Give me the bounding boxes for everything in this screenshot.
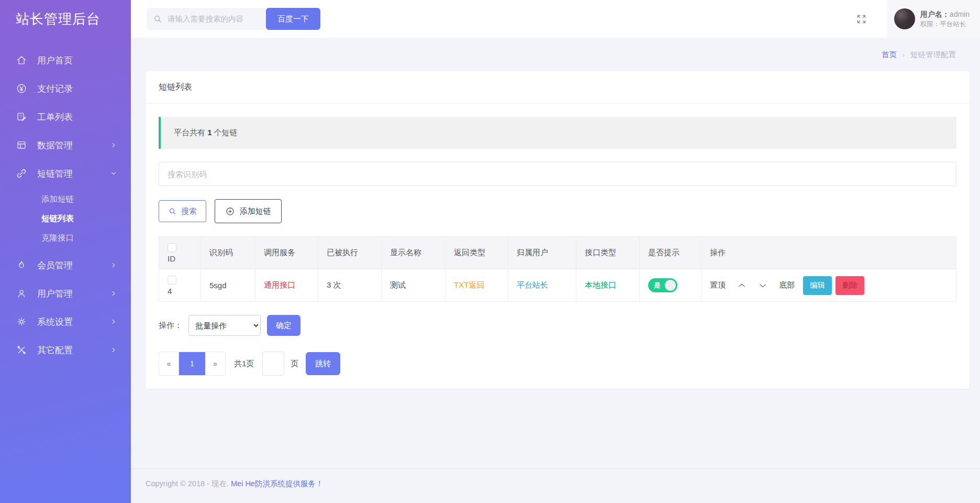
submenu-label: 添加短链 — [41, 194, 74, 205]
shortlinks-submenu: 添加短链 短链列表 克隆接口 — [0, 188, 131, 251]
pin-bottom-link[interactable]: 底部 — [779, 280, 795, 290]
confirm-button[interactable]: 确定 — [267, 315, 300, 336]
code-search-input[interactable] — [159, 162, 956, 186]
card-body: 平台共有 1 个短链 搜索 添加短链 — [146, 104, 970, 389]
move-down-icon[interactable] — [758, 281, 767, 290]
footer-link[interactable]: Mei He防洪系统提供服务！ — [231, 479, 323, 488]
breadcrumb-separator: › — [903, 51, 905, 59]
sidebar-item-label: 短链管理 — [37, 168, 73, 180]
prev-page-button[interactable]: « — [159, 352, 179, 375]
chevron-right-icon — [110, 346, 117, 354]
user-icon — [16, 288, 27, 299]
header-return-type: 返回类型 — [446, 237, 508, 269]
app-brand: 站长管理后台 — [0, 0, 131, 38]
user-name-value: admin — [950, 10, 970, 18]
search-button[interactable]: 搜索 — [159, 200, 206, 222]
fullscreen-icon[interactable] — [856, 14, 867, 25]
sidebar-subitem-add-shortlink[interactable]: 添加短链 — [0, 190, 131, 209]
header-code: 识别码 — [201, 237, 255, 269]
cell-id: 4 — [159, 269, 201, 302]
table-row: 4 5sgd 通用接口 3 次 测试 TXT返回 平台站长 本地接口 是 — [159, 269, 956, 302]
move-up-icon[interactable] — [737, 281, 747, 290]
pager-group: « 1 » — [159, 352, 226, 376]
search-icon — [168, 207, 177, 216]
page-total: 共1页 — [234, 359, 254, 369]
edit-button[interactable]: 编辑 — [803, 276, 832, 295]
chevron-right-icon — [110, 318, 117, 325]
sidebar-item-home[interactable]: 用户首页 — [0, 46, 131, 74]
add-shortlink-button[interactable]: 添加短链 — [215, 199, 282, 223]
shortlink-table: ID 识别码 调用服务 已被执行 显示名称 返回类型 归属用户 接口类型 是否提… — [159, 236, 956, 302]
bulk-actions: 操作： 批量操作 确定 — [159, 315, 956, 336]
sidebar-nav: 用户首页 支付记录 ? 工单列表 数据管理 — [0, 38, 131, 364]
header-id: ID — [159, 237, 201, 269]
toggle-label: 是 — [654, 281, 661, 290]
delete-button[interactable]: 删除 — [836, 276, 864, 295]
jump-page-input[interactable] — [262, 352, 284, 376]
card-title: 短链列表 — [146, 71, 970, 104]
chevron-down-icon — [110, 170, 117, 177]
svg-text:?: ? — [19, 114, 22, 119]
breadcrumb: 首页 › 短链管理配置 — [131, 38, 980, 71]
user-meta: 用户名：admin 权限：平台站长 — [920, 9, 970, 29]
topbar-search-input[interactable] — [168, 15, 262, 23]
cell-actions: 置顶 底部 编辑 删除 — [701, 269, 956, 302]
sidebar-item-label: 工单列表 — [37, 111, 73, 123]
user-role: 权限：平台站长 — [920, 19, 970, 29]
pin-top-link[interactable]: 置顶 — [710, 280, 726, 290]
header-executed: 已被执行 — [318, 237, 382, 269]
cell-owner[interactable]: 平台站长 — [508, 269, 576, 302]
bulk-action-select[interactable]: 批量操作 — [188, 315, 261, 336]
user-role-value: 平台站长 — [940, 20, 966, 28]
next-page-button[interactable]: » — [205, 352, 225, 375]
submenu-label: 克隆接口 — [41, 233, 74, 244]
sidebar-item-label: 其它配置 — [37, 344, 73, 356]
row-id-value: 4 — [168, 287, 192, 296]
tools-icon — [16, 344, 27, 356]
sidebar-item-users[interactable]: 用户管理 — [0, 279, 131, 308]
sidebar-item-shortlinks[interactable]: 短链管理 — [0, 159, 131, 188]
row-checkbox[interactable] — [168, 276, 176, 285]
header-prompt: 是否提示 — [640, 237, 701, 269]
baidu-search-button[interactable]: 百度一下 — [266, 8, 320, 30]
sidebar-item-payments[interactable]: 支付记录 — [0, 74, 131, 103]
sidebar-item-misc[interactable]: 其它配置 — [0, 336, 131, 364]
cell-service[interactable]: 通用接口 — [255, 269, 318, 302]
sidebar-subitem-shortlink-list[interactable]: 短链列表 — [0, 209, 131, 228]
sidebar-item-label: 数据管理 — [37, 139, 73, 151]
sidebar-item-label: 支付记录 — [37, 83, 73, 95]
jump-button[interactable]: 跳转 — [306, 352, 340, 375]
ticket-icon: ? — [16, 111, 27, 123]
sidebar-item-members[interactable]: 会员管理 — [0, 251, 131, 279]
user-name-label: 用户名： — [920, 10, 950, 18]
topbar-search-group: 百度一下 — [147, 8, 320, 30]
page-1-button[interactable]: 1 — [179, 352, 205, 375]
breadcrumb-current: 短链管理配置 — [910, 50, 956, 60]
flame-icon — [16, 259, 27, 271]
footer: Copyright © 2018 - 现在. Mei He防洪系统提供服务！ — [131, 468, 980, 503]
sidebar-item-tickets[interactable]: ? 工单列表 — [0, 103, 131, 131]
sidebar-item-settings[interactable]: 系统设置 — [0, 308, 131, 336]
sidebar-subitem-clone-api[interactable]: 克隆接口 — [0, 228, 131, 248]
pagination: « 1 » 共1页 页 跳转 — [159, 352, 956, 376]
header-api-type: 接口类型 — [576, 237, 640, 269]
select-all-checkbox[interactable] — [168, 243, 176, 252]
home-icon — [16, 54, 27, 66]
row-action-buttons: 编辑 删除 — [803, 276, 864, 295]
total-count-alert: 平台共有 1 个短链 — [159, 117, 956, 149]
link-icon — [16, 168, 27, 179]
prompt-toggle[interactable]: 是 — [648, 278, 677, 292]
header-id-label: ID — [168, 254, 192, 263]
alert-prefix: 平台共有 — [174, 128, 207, 137]
cell-api-type: 本地接口 — [576, 269, 640, 302]
breadcrumb-home-link[interactable]: 首页 — [882, 50, 897, 60]
sidebar-item-data[interactable]: 数据管理 — [0, 131, 131, 159]
data-grid-icon — [16, 139, 27, 151]
alert-count: 1 — [207, 128, 211, 137]
cell-return-type[interactable]: TXT返回 — [446, 269, 508, 302]
search-icon — [153, 14, 163, 24]
table-header-row: ID 识别码 调用服务 已被执行 显示名称 返回类型 归属用户 接口类型 是否提… — [159, 237, 956, 269]
user-menu[interactable]: 用户名：admin 权限：平台站长 — [887, 0, 980, 38]
alert-suffix: 个短链 — [212, 128, 238, 137]
sidebar-item-label: 用户首页 — [37, 54, 73, 67]
